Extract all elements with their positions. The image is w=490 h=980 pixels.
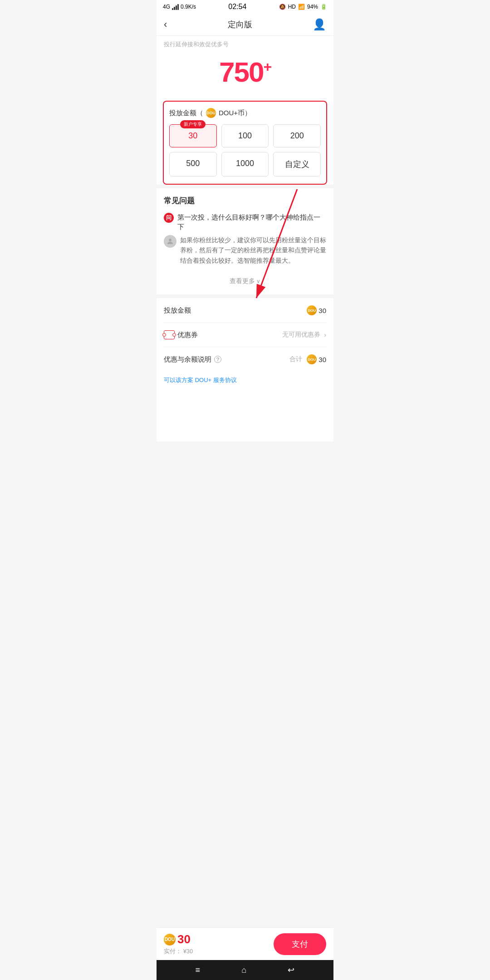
view-more-button[interactable]: 查看更多 ∨ xyxy=(164,271,326,290)
summary-section: 投放金额 DOU 30 优惠券 无可用优惠券 › 优惠与余额说明 ? xyxy=(157,298,333,372)
partial-text: 可以该方案 DOU+ 服务协议 xyxy=(157,372,333,387)
main-content: 投行延伸接和效促优多号 750+ 投放金额（ DOU DOU+币） 新户专享 3… xyxy=(157,36,333,441)
new-user-badge: 新户专享 xyxy=(180,120,206,128)
bottom-spacer xyxy=(157,387,333,441)
amount-grid: 新户专享 30 100 200 500 1000 自定义 xyxy=(169,124,321,176)
question-badge: 问 xyxy=(164,213,174,223)
sub-hint: 投行延伸接和效促优多号 xyxy=(157,36,333,50)
battery-icon: 🔋 xyxy=(320,4,327,10)
signal-bar-3 xyxy=(176,5,177,10)
amount-option-30[interactable]: 新户专享 30 xyxy=(169,124,217,147)
page-title: 定向版 xyxy=(228,19,252,30)
signal-bar-1 xyxy=(172,8,173,10)
summary-row-amount: 投放金额 DOU 30 xyxy=(164,298,326,323)
reach-number: 750+ xyxy=(219,56,271,88)
status-bar: 4G 0.9K/s 02:54 🔕 HD 📶 94% 🔋 xyxy=(157,0,333,14)
summary-total-value: 合计 DOU 30 xyxy=(289,354,326,364)
faq-section: 常见问题 问 第一次投，选什么目标好啊？哪个大神给指点一下 如果你粉丝比较少，建… xyxy=(157,188,333,294)
summary-amount-value: DOU 30 xyxy=(307,305,326,315)
big-number-section: 750+ xyxy=(157,50,333,97)
summary-discount-label: 优惠与余额说明 ? xyxy=(164,355,221,364)
amount-option-1000[interactable]: 1000 xyxy=(221,152,269,176)
faq-question-text: 第一次投，选什么目标好啊？哪个大神给指点一下 xyxy=(177,212,326,231)
faq-question: 问 第一次投，选什么目标好啊？哪个大神给指点一下 xyxy=(164,212,326,231)
signal-bar-4 xyxy=(177,4,179,10)
svg-point-2 xyxy=(169,239,172,241)
wifi-icon: 📶 xyxy=(298,4,305,10)
amount-selection-box: 投放金额（ DOU DOU+币） 新户专享 30 100 200 500 100… xyxy=(163,101,327,185)
faq-answer: 如果你粉丝比较少，建议你可以先用粉丝量这个目标养粉，然后有了一定的粉丝再把粉丝量… xyxy=(164,235,326,265)
chevron-right-icon: › xyxy=(324,331,326,338)
status-time: 02:54 xyxy=(228,3,246,11)
help-icon[interactable]: ? xyxy=(214,356,221,363)
amount-option-100[interactable]: 100 xyxy=(221,124,269,147)
section-divider-2 xyxy=(157,294,333,298)
chevron-down-icon: ∨ xyxy=(256,278,260,284)
amount-option-custom[interactable]: 自定义 xyxy=(273,152,321,176)
link-text[interactable]: DOU+ 服务协议 xyxy=(195,377,237,383)
summary-coupon-label: 优惠券 xyxy=(164,330,198,339)
summary-amount-label: 投放金额 xyxy=(164,306,191,315)
carrier-label: 4G xyxy=(163,4,170,10)
nav-bar: ‹ 定向版 👤 xyxy=(157,14,333,36)
dou-coin-icon-summary: DOU xyxy=(307,305,317,315)
amount-label: 投放金额（ DOU DOU+币） xyxy=(169,108,321,118)
amount-option-500[interactable]: 500 xyxy=(169,152,217,176)
faq-item-1: 问 第一次投，选什么目标好啊？哪个大神给指点一下 如果你粉丝比较少，建议你可以先… xyxy=(164,212,326,265)
signal-bar-2 xyxy=(174,7,175,10)
faq-answer-text: 如果你粉丝比较少，建议你可以先用粉丝量这个目标养粉，然后有了一定的粉丝再把粉丝量… xyxy=(180,235,326,265)
dou-coin-icon-total: DOU xyxy=(307,354,317,364)
back-button[interactable]: ‹ xyxy=(164,19,167,30)
hd-label: HD xyxy=(288,4,296,10)
signal-bars xyxy=(172,4,179,10)
summary-row-discount: 优惠与余额说明 ? 合计 DOU 30 xyxy=(164,347,326,372)
profile-icon[interactable]: 👤 xyxy=(313,18,326,31)
summary-row-coupon[interactable]: 优惠券 无可用优惠券 › xyxy=(164,323,326,347)
network-speed: 0.9K/s xyxy=(181,4,196,10)
section-divider-1 xyxy=(157,185,333,188)
summary-coupon-value: 无可用优惠券 › xyxy=(282,331,326,339)
answerer-avatar xyxy=(164,235,176,248)
faq-title: 常见问题 xyxy=(164,196,326,206)
battery-label: 94% xyxy=(307,4,318,10)
amount-option-200[interactable]: 200 xyxy=(273,124,321,147)
status-right: 🔕 HD 📶 94% 🔋 xyxy=(279,4,327,10)
dou-coin-icon: DOU xyxy=(206,108,216,118)
alarm-icon: 🔕 xyxy=(279,4,286,10)
coupon-icon xyxy=(164,330,175,339)
status-left: 4G 0.9K/s xyxy=(163,4,196,10)
